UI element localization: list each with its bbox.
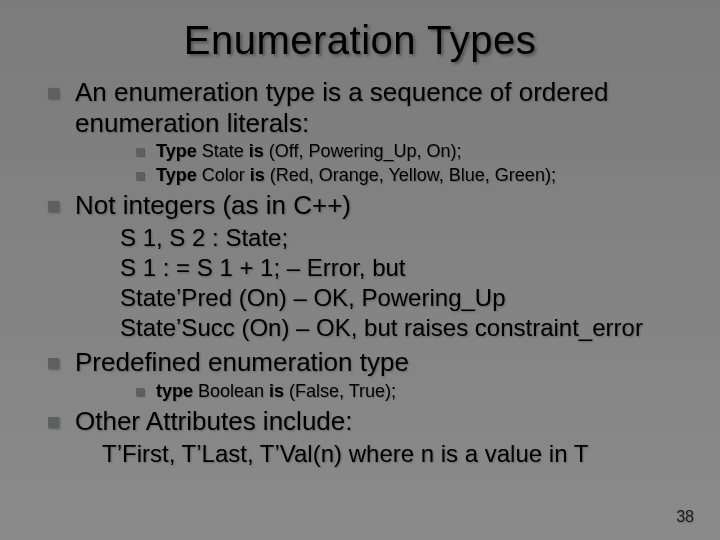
code-line: State’Succ (On) – OK, but raises constra…	[120, 313, 680, 343]
bullet-item: Other Attributes include:	[48, 406, 680, 437]
page-number: 38	[676, 508, 694, 526]
code-line: State’Pred (On) – OK, Powering_Up	[120, 283, 680, 313]
sub-bullet-text: Type State is (Off, Powering_Up, On);	[156, 140, 461, 163]
square-bullet-icon	[48, 201, 59, 212]
code-line: S 1 : = S 1 + 1; – Error, but	[120, 253, 680, 283]
code-line: S 1, S 2 : State;	[120, 223, 680, 253]
bullet-item: Not integers (as in C++)	[48, 190, 680, 221]
square-bullet-icon	[48, 417, 59, 428]
slide-title: Enumeration Types	[40, 18, 680, 63]
sub-bullet-text: Type Color is (Red, Orange, Yellow, Blue…	[156, 164, 556, 187]
code-block: S 1, S 2 : State; S 1 : = S 1 + 1; – Err…	[120, 223, 680, 343]
bullet-text: Not integers (as in C++)	[75, 190, 351, 221]
bullet-text: Other Attributes include:	[75, 406, 352, 437]
sub-bullet-item: Type Color is (Red, Orange, Yellow, Blue…	[136, 164, 680, 187]
sub-bullet-text: type Boolean is (False, True);	[156, 380, 396, 403]
sub-bullet-item: Type State is (Off, Powering_Up, On);	[136, 140, 680, 163]
bullet-text: An enumeration type is a sequence of ord…	[75, 77, 680, 138]
square-bullet-icon	[136, 172, 144, 180]
sub-bullet-item: type Boolean is (False, True);	[136, 380, 680, 403]
footer-text: T’First, T’Last, T’Val(n) where n is a v…	[102, 439, 680, 469]
square-bullet-icon	[136, 388, 144, 396]
square-bullet-icon	[48, 358, 59, 369]
bullet-item: Predefined enumeration type	[48, 347, 680, 378]
bullet-item: An enumeration type is a sequence of ord…	[48, 77, 680, 138]
square-bullet-icon	[136, 148, 144, 156]
square-bullet-icon	[48, 88, 59, 99]
bullet-text: Predefined enumeration type	[75, 347, 409, 378]
slide: Enumeration Types An enumeration type is…	[0, 0, 720, 540]
